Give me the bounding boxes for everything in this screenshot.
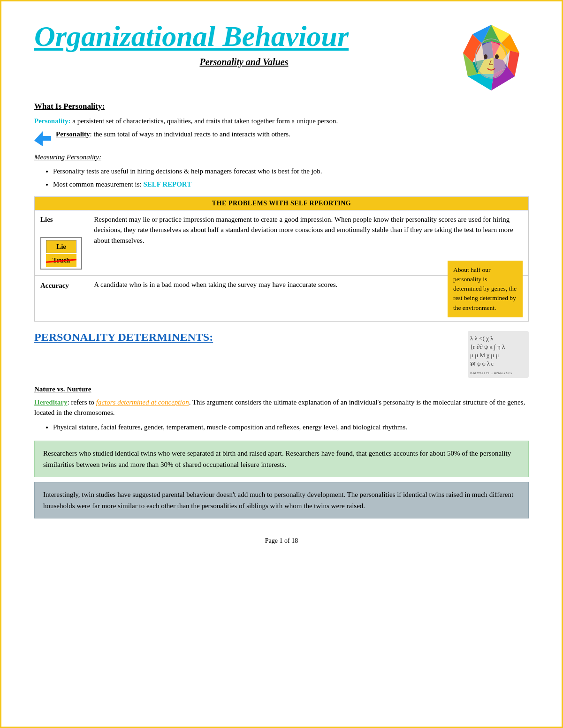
table-header-row: THE PROBLEMS WITH SELF RPEORTING xyxy=(35,196,529,210)
svg-text:{r ∂∂ ψ κ ∫ η λ: {r ∂∂ ψ κ ∫ η λ xyxy=(470,343,505,351)
def2-text: : the sum total of ways an individual re… xyxy=(90,130,290,138)
head-illustration xyxy=(454,20,529,95)
svg-point-18 xyxy=(484,54,487,59)
arrow-block: Personality: the sum total of ways an in… xyxy=(34,130,529,149)
hereditary-term: Hereditary xyxy=(34,398,68,406)
table-row-accuracy: Accuracy A candidate who is in a bad moo… xyxy=(35,275,529,321)
row-lies-label: Lies Lie Truth xyxy=(35,210,88,275)
bullet-list: Personality tests are useful in hiring d… xyxy=(53,166,529,190)
def2-term: Personality xyxy=(56,130,90,138)
problems-table: THE PROBLEMS WITH SELF RPEORTING Lies Li… xyxy=(34,196,529,322)
def1-term: Personality: xyxy=(34,117,70,125)
title-subtitle-area: Organizational Behaviour Personality and… xyxy=(34,20,454,76)
page-wrapper: Organizational Behaviour Personality and… xyxy=(0,0,563,728)
dna-svg: λ λ <( χ λ {r ∂∂ ψ κ ∫ η λ μ μ Μ χ μ μ ¥… xyxy=(468,331,529,378)
sticky-note: About half our personality is determined… xyxy=(448,261,523,317)
bullet-list-2: Physical stature, facial features, gende… xyxy=(53,422,529,433)
lie-label: Lie xyxy=(46,240,76,254)
determinants-title: PERSONALITY DETERMINENTS: xyxy=(34,331,460,344)
page-footer: Page 1 of 18 xyxy=(34,537,529,545)
section-heading-personality: What Is Personality: xyxy=(34,102,529,111)
def-block-1: Personality: a persistent set of charact… xyxy=(34,116,529,127)
table-header-cell: THE PROBLEMS WITH SELF RPEORTING xyxy=(35,196,529,210)
bullet-item-1: Personality tests are useful in hiring d… xyxy=(53,166,529,177)
factors-italic: factors determined at conception xyxy=(96,398,189,406)
measuring-heading: Measuring Personality: xyxy=(34,153,529,161)
bullet-item-2: Most common measurement is: SELF REPORT xyxy=(53,179,529,190)
nature-nurture-heading: Nature vs. Nurture xyxy=(34,385,529,393)
bullet-item-3: Physical stature, facial features, gende… xyxy=(53,422,529,433)
hereditary-text1: : refers to xyxy=(68,398,96,406)
header-area: Organizational Behaviour Personality and… xyxy=(34,20,529,95)
self-report-highlight: SELF REPORT xyxy=(143,180,191,188)
svg-text:¥¢  ψ  ψ  λ ε: ¥¢ ψ ψ λ ε xyxy=(470,360,494,367)
truth-label: Truth xyxy=(46,254,76,267)
bluegray-box: Interestingly, twin studies have suggest… xyxy=(34,482,529,518)
arrow-icon xyxy=(34,131,51,149)
lie-truth-box: Lie Truth xyxy=(40,237,82,270)
svg-text:λ λ <( χ λ: λ λ <( χ λ xyxy=(470,335,494,342)
svg-text:KARYOTYPE ANALYSIS: KARYOTYPE ANALYSIS xyxy=(470,371,512,375)
arrow-text: Personality: the sum total of ways an in… xyxy=(56,130,290,138)
subtitle: Personality and Values xyxy=(34,57,454,68)
hereditary-block: Hereditary: refers to factors determined… xyxy=(34,397,529,418)
dna-image-area: λ λ <( χ λ {r ∂∂ ψ κ ∫ η λ μ μ Μ χ μ μ ¥… xyxy=(468,331,529,380)
determinants-section: PERSONALITY DETERMINENTS: λ λ <( χ λ {r … xyxy=(34,331,529,433)
svg-text:μ μ Μ  χ μ μ: μ μ Μ χ μ μ xyxy=(470,352,499,359)
svg-marker-21 xyxy=(34,131,51,146)
main-title: Organizational Behaviour xyxy=(34,20,454,52)
green-box: Researchers who studied identical twins … xyxy=(34,441,529,477)
row-accuracy-label: Accuracy xyxy=(35,275,88,321)
svg-point-19 xyxy=(495,54,499,59)
bullet2-text: Most common measurement is: xyxy=(53,180,143,188)
row-accuracy-text: A candidate who is in a bad mood when ta… xyxy=(88,275,529,321)
def1-text: a persistent set of characteristics, qua… xyxy=(70,117,338,125)
